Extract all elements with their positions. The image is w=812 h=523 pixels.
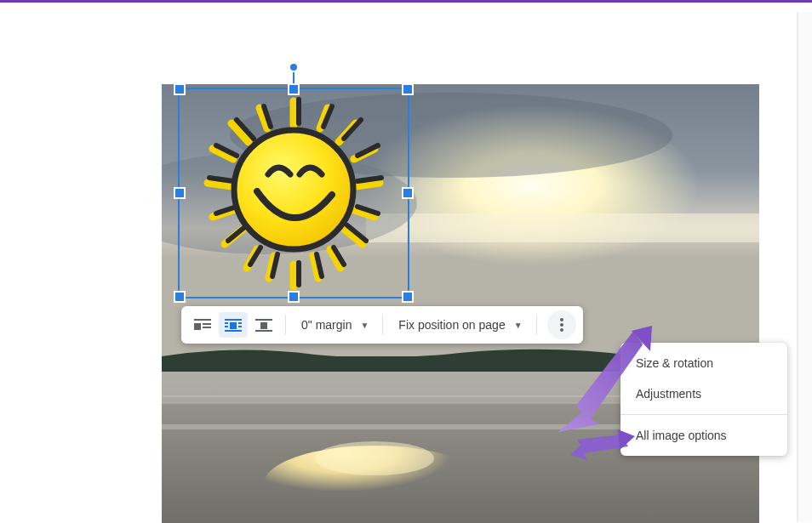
svg-rect-61	[225, 330, 242, 332]
svg-point-65	[560, 318, 563, 321]
svg-rect-60	[238, 326, 242, 327]
svg-rect-62	[255, 319, 272, 321]
wrap-inline-button[interactable]	[188, 312, 217, 338]
wrap-text-icon	[225, 318, 242, 332]
rotate-handle[interactable]	[289, 62, 299, 72]
caret-down-icon: ▼	[514, 321, 523, 330]
break-text-icon	[255, 318, 272, 332]
svg-rect-50	[194, 323, 201, 330]
more-options-button[interactable]	[547, 310, 576, 339]
svg-rect-58	[225, 326, 228, 327]
menu-size-rotation[interactable]: Size & rotation	[620, 348, 787, 378]
svg-point-67	[560, 328, 563, 332]
image-toolbar: 0" margin ▼ Fix position on page ▼	[181, 306, 583, 344]
svg-rect-49	[194, 319, 211, 321]
svg-rect-64	[255, 330, 272, 332]
menu-all-image-options[interactable]: All image options	[620, 420, 787, 451]
position-dropdown[interactable]: Fix position on page ▼	[390, 312, 529, 338]
margin-label: 0" margin	[301, 318, 352, 332]
wrap-inline-icon	[194, 318, 211, 332]
svg-rect-59	[238, 322, 242, 324]
more-options-menu: Size & rotation Adjustments All image op…	[620, 343, 787, 456]
svg-rect-63	[260, 322, 267, 329]
svg-point-66	[560, 323, 563, 327]
svg-rect-53	[203, 327, 211, 328]
vertical-scrollbar[interactable]	[797, 12, 812, 522]
svg-rect-2	[366, 213, 759, 242]
menu-separator	[620, 414, 787, 415]
svg-point-10	[315, 441, 434, 475]
break-text-button[interactable]	[249, 312, 278, 338]
toolbar-separator	[285, 315, 286, 335]
margin-dropdown[interactable]: 0" margin ▼	[293, 312, 375, 338]
background-photo	[162, 84, 759, 523]
rotate-handle-line	[293, 69, 294, 84]
position-label: Fix position on page	[398, 318, 505, 332]
kebab-icon	[560, 318, 563, 332]
menu-adjustments[interactable]: Adjustments	[620, 378, 787, 409]
svg-rect-56	[230, 322, 237, 329]
caret-down-icon: ▼	[360, 321, 369, 330]
svg-rect-52	[203, 323, 211, 325]
wrap-text-button[interactable]	[219, 312, 248, 338]
toolbar-separator	[382, 315, 383, 335]
toolbar-separator	[536, 315, 537, 335]
svg-rect-55	[225, 319, 242, 321]
svg-rect-57	[225, 322, 228, 324]
